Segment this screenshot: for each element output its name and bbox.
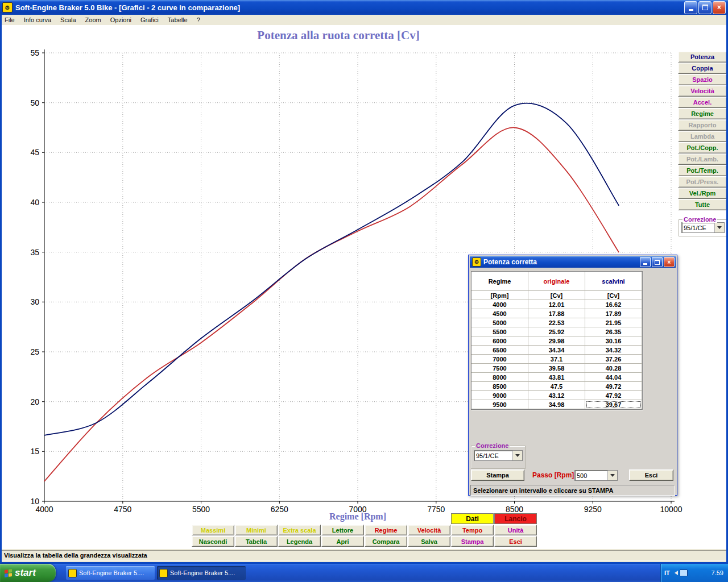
restore-button[interactable] [698,1,712,14]
menu-file[interactable]: File [0,16,19,24]
side-button-velocit-[interactable]: Velocità [678,85,727,97]
bottom-button-tabella[interactable]: Tabella [235,536,278,547]
passo-combo[interactable]: 500 [574,470,618,481]
x-tick-label: 4750 [114,505,131,514]
dialog-correzione-combo[interactable]: 95/1/CE [474,450,523,461]
dialog-title: Potenza corretta [483,258,537,266]
volume-icon[interactable] [672,571,678,575]
bottom-button-unit-[interactable]: Unità [494,525,537,535]
task-app-icon [159,569,168,577]
cell-scalvini[interactable]: 21.95 [585,318,642,327]
menu-tabelle[interactable]: Tabelle [163,16,192,24]
cell-rpm[interactable]: 4500 [471,309,528,318]
cell-scalvini[interactable]: 30.16 [585,336,642,346]
bottom-button-compara[interactable]: Compara [365,536,407,547]
bottom-button-apri[interactable]: Apri [321,536,364,547]
cell-originale[interactable]: 37.1 [528,355,585,364]
network-icon[interactable] [680,569,688,576]
esci-button[interactable]: Esci [629,469,673,481]
cell-scalvini[interactable]: 34.32 [585,346,642,355]
stampa-button[interactable]: Stampa [471,469,524,481]
cell-rpm[interactable]: 9000 [471,391,528,400]
cell-originale[interactable]: 43.81 [528,373,585,382]
menu-grafici[interactable]: Grafici [136,16,163,24]
menu--[interactable]: ? [192,16,205,24]
cell-rpm[interactable]: 7500 [471,364,528,373]
language-indicator[interactable]: IT [664,569,670,576]
side-button-accel-[interactable]: Accel. [678,97,727,108]
dialog-minimize-button[interactable] [640,257,651,267]
cell-originale[interactable]: 34.34 [528,346,585,355]
bottom-button-lettore[interactable]: Lettore [321,525,364,535]
side-button-spazio[interactable]: Spazio [678,74,727,85]
cell-scalvini[interactable]: 47.92 [585,391,642,400]
dialog-close-button[interactable]: × [664,257,675,267]
task-app-icon [68,569,77,577]
minimize-button[interactable] [684,1,697,14]
close-button[interactable]: × [713,1,726,14]
cell-scalvini[interactable]: 39.67 [585,400,642,409]
side-button-potenza[interactable]: Potenza [678,51,727,63]
dialog-status-text: Selezionare un intervallo e cliccare su … [470,485,675,496]
cell-scalvini[interactable]: 26.35 [585,327,642,336]
cell-rpm[interactable]: 8000 [471,373,528,382]
side-correzione-combo[interactable]: 95/1/CE [681,222,725,233]
cell-scalvini[interactable]: 17.89 [585,309,642,318]
cell-rpm[interactable]: 9500 [471,400,528,409]
combo-dropdown-icon[interactable] [607,471,617,480]
status-text: Visualizza la tabella della grandezza vi… [1,550,727,560]
cell-scalvini[interactable]: 44.04 [585,373,642,382]
bottom-button-regime[interactable]: Regime [365,525,407,535]
side-button-pot-temp-[interactable]: Pot./Temp. [678,165,727,176]
menu-opzioni[interactable]: Opzioni [106,16,136,24]
dialog-maximize-button[interactable] [652,257,663,267]
bottom-button-esci[interactable]: Esci [494,536,537,547]
side-button-pot-copp-[interactable]: Pot./Copp. [678,142,727,153]
combo-dropdown-icon[interactable] [714,223,724,232]
table-row: 550025.9226.35 [471,327,642,336]
taskbar: start Soft-Engine Braker 5....Soft-Engin… [0,564,728,582]
dialog-correzione-label: Correzione [475,442,510,449]
quantity-button-panel: PotenzaCoppiaSpazioVelocitàAccel.RegimeR… [677,51,727,210]
cell-rpm[interactable]: 5500 [471,327,528,336]
bottom-button-salva[interactable]: Salva [408,536,450,547]
cell-originale[interactable]: 17.88 [528,309,585,318]
cell-rpm[interactable]: 6000 [471,336,528,346]
side-button-regime[interactable]: Regime [678,108,727,119]
combo-dropdown-icon[interactable] [512,451,522,460]
cell-originale[interactable]: 25.92 [528,327,585,336]
bottom-button-velocit-[interactable]: Velocità [408,525,450,535]
cell-scalvini[interactable]: 16.62 [585,300,642,309]
taskbar-task-1[interactable]: Soft-Engine Braker 5.... [66,566,155,580]
side-button-tutte[interactable]: Tutte [678,199,727,210]
cell-originale[interactable]: 12.01 [528,300,585,309]
menu-zoom[interactable]: Zoom [81,16,106,24]
bottom-button-stampa[interactable]: Stampa [451,536,494,547]
cell-originale[interactable]: 29.98 [528,336,585,346]
cell-rpm[interactable]: 4000 [471,300,528,309]
cell-scalvini[interactable]: 40.28 [585,364,642,373]
side-button-coppia[interactable]: Coppia [678,63,727,74]
side-correzione-value: 95/1/CE [682,225,714,231]
cell-rpm[interactable]: 8500 [471,382,528,391]
taskbar-task-2[interactable]: Soft-Engine Braker 5.... [157,566,246,580]
cell-originale[interactable]: 47.5 [528,382,585,391]
potenza-corretta-dialog: ⚙ Potenza corretta × Regimeoriginalescal… [468,255,677,496]
start-button[interactable]: start [0,564,56,582]
side-button-vel-rpm[interactable]: Vel./Rpm [678,188,727,199]
cell-originale[interactable]: 34.98 [528,400,585,409]
bottom-button-legenda[interactable]: Legenda [278,536,321,547]
cell-rpm[interactable]: 6500 [471,346,528,355]
y-tick-label: 20 [30,397,39,406]
cell-originale[interactable]: 39.58 [528,364,585,373]
cell-scalvini[interactable]: 49.72 [585,382,642,391]
cell-rpm[interactable]: 5000 [471,318,528,327]
cell-originale[interactable]: 43.12 [528,391,585,400]
cell-scalvini[interactable]: 37.26 [585,355,642,364]
bottom-button-tempo[interactable]: Tempo [451,525,494,535]
cell-rpm[interactable]: 7000 [471,355,528,364]
cell-originale[interactable]: 22.53 [528,318,585,327]
bottom-button-nascondi[interactable]: Nascondi [192,536,234,547]
menu-scala[interactable]: Scala [56,16,81,24]
menu-info-curva[interactable]: Info curva [19,16,56,24]
